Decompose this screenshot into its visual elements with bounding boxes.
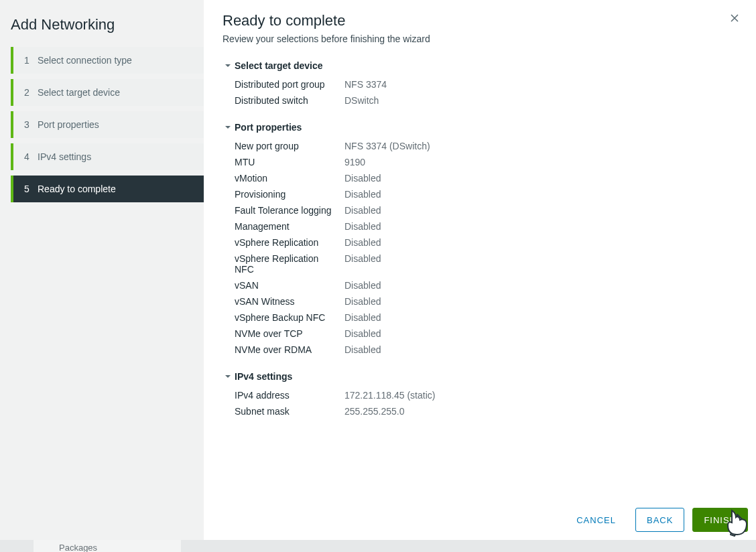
summary-row: vSphere Replication NFCDisabled [223, 251, 737, 277]
wizard-modal: Add Networking 1 Select connection type … [0, 0, 756, 540]
wizard-sidebar: Add Networking 1 Select connection type … [0, 0, 204, 540]
row-value: Disabled [344, 328, 381, 339]
row-value: Disabled [344, 296, 381, 307]
finish-button[interactable]: FINISH [692, 508, 748, 532]
step-ipv4-settings[interactable]: 4 IPv4 settings [11, 143, 204, 170]
cancel-button[interactable]: CANCEL [565, 508, 627, 532]
step-port-properties[interactable]: 3 Port properties [11, 111, 204, 138]
background-packages-item: Packages [34, 540, 181, 552]
row-key: NVMe over TCP [235, 328, 344, 339]
wizard-title: Add Networking [0, 9, 204, 47]
summary-row: New port groupNFS 3374 (DSwitch) [223, 138, 737, 154]
row-key: IPv4 address [235, 390, 344, 401]
summary-row: NVMe over TCPDisabled [223, 326, 737, 342]
row-key: vSphere Replication NFC [235, 253, 344, 275]
step-number: 4 [24, 151, 38, 162]
chevron-down-icon [223, 371, 233, 382]
row-value: Disabled [344, 173, 381, 184]
section-header-ipv4[interactable]: IPv4 settings [223, 371, 737, 382]
back-button[interactable]: BACK [635, 508, 684, 532]
chevron-down-icon [223, 122, 233, 133]
section-header-target[interactable]: Select target device [223, 60, 737, 71]
summary-row: vSphere ReplicationDisabled [223, 234, 737, 251]
section-header-port[interactable]: Port properties [223, 122, 737, 133]
row-key: Subnet mask [235, 406, 344, 417]
row-key: Distributed switch [235, 95, 344, 106]
section-rows: Distributed port group NFS 3374 Distribu… [223, 76, 737, 109]
section-title: IPv4 settings [235, 371, 292, 382]
step-ready-to-complete[interactable]: 5 Ready to complete [11, 176, 204, 202]
wizard-steps: 1 Select connection type 2 Select target… [0, 47, 204, 202]
step-label: Ready to complete [38, 184, 116, 194]
step-label: Port properties [38, 119, 99, 130]
row-value: NFS 3374 (DSwitch) [344, 141, 430, 151]
row-key: vSAN [235, 280, 344, 291]
row-value: Disabled [344, 253, 381, 275]
wizard-footer: CANCEL BACK FINISH [204, 500, 756, 540]
row-value: DSwitch [344, 95, 379, 106]
summary-row: IPv4 address172.21.118.45 (static) [223, 387, 737, 403]
section-rows: New port groupNFS 3374 (DSwitch) MTU9190… [223, 138, 737, 358]
step-number: 3 [24, 119, 38, 130]
section-ipv4-settings: IPv4 settings IPv4 address172.21.118.45 … [223, 371, 737, 419]
step-label: Select target device [38, 87, 120, 98]
row-key: New port group [235, 141, 344, 151]
row-value: Disabled [344, 280, 381, 291]
close-icon [729, 11, 740, 27]
section-port-properties: Port properties New port groupNFS 3374 (… [223, 122, 737, 358]
row-value: Disabled [344, 312, 381, 323]
row-value: Disabled [344, 205, 381, 216]
summary-row: ManagementDisabled [223, 218, 737, 234]
summary-row: Fault Tolerance loggingDisabled [223, 202, 737, 218]
section-select-target-device: Select target device Distributed port gr… [223, 60, 737, 109]
row-key: NVMe over RDMA [235, 344, 344, 355]
row-value: NFS 3374 [344, 79, 387, 90]
row-key: vSphere Backup NFC [235, 312, 344, 323]
page-subtitle: Review your selections before finishing … [223, 33, 737, 44]
row-value: Disabled [344, 221, 381, 232]
summary-row: vMotionDisabled [223, 170, 737, 186]
row-value: 172.21.118.45 (static) [344, 390, 435, 401]
summary-row: vSphere Backup NFCDisabled [223, 309, 737, 326]
summary-row: vSANDisabled [223, 277, 737, 293]
step-number: 5 [24, 184, 38, 194]
page-title: Ready to complete [223, 12, 737, 29]
row-value: Disabled [344, 344, 381, 355]
row-key: Fault Tolerance logging [235, 205, 344, 216]
row-key: Distributed port group [235, 79, 344, 90]
summary-row: Subnet mask255.255.255.0 [223, 403, 737, 419]
step-select-connection-type[interactable]: 1 Select connection type [11, 47, 204, 74]
row-value: 9190 [344, 157, 365, 167]
row-key: vSAN Witness [235, 296, 344, 307]
step-label: Select connection type [38, 55, 132, 66]
summary-row: vSAN WitnessDisabled [223, 293, 737, 309]
section-title: Select target device [235, 60, 323, 71]
step-select-target-device[interactable]: 2 Select target device [11, 79, 204, 106]
step-number: 1 [24, 55, 38, 66]
row-key: MTU [235, 157, 344, 167]
row-key: vMotion [235, 173, 344, 184]
wizard-main: Ready to complete Review your selections… [204, 0, 756, 540]
row-value: 255.255.255.0 [344, 406, 405, 417]
step-number: 2 [24, 87, 38, 98]
section-title: Port properties [235, 122, 302, 133]
summary-row: ProvisioningDisabled [223, 186, 737, 202]
step-label: IPv4 settings [38, 151, 91, 162]
row-key: Management [235, 221, 344, 232]
row-value: Disabled [344, 189, 381, 200]
row-value: Disabled [344, 237, 381, 248]
close-button[interactable] [725, 9, 744, 28]
summary-row: NVMe over RDMADisabled [223, 342, 737, 358]
row-key: Provisioning [235, 189, 344, 200]
chevron-down-icon [223, 60, 233, 71]
summary-row: Distributed switch DSwitch [223, 92, 737, 109]
row-key: vSphere Replication [235, 237, 344, 248]
summary-row: Distributed port group NFS 3374 [223, 76, 737, 92]
summary-row: MTU9190 [223, 154, 737, 170]
section-rows: IPv4 address172.21.118.45 (static) Subne… [223, 387, 737, 419]
